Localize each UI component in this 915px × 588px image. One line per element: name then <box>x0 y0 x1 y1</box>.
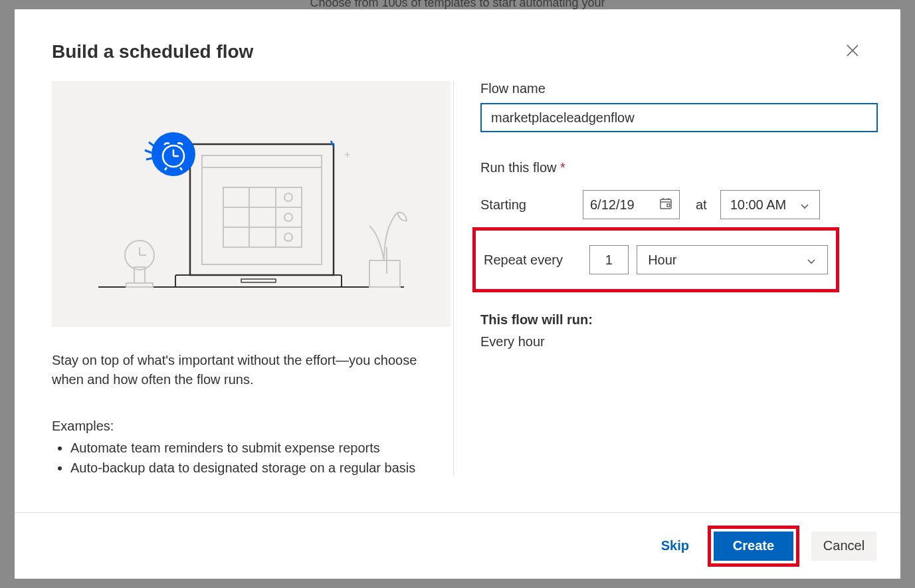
flow-name-label: Flow name <box>480 81 878 96</box>
run-summary-heading: This flow will run: <box>480 312 878 328</box>
svg-rect-3 <box>190 144 334 275</box>
svg-rect-5 <box>202 155 322 167</box>
repeat-highlight-box: Repeat every 1 Hour <box>472 227 839 292</box>
at-label: at <box>696 197 707 213</box>
vertical-divider <box>453 81 454 475</box>
dialog-footer: Skip Create Cancel <box>15 512 900 579</box>
run-flow-label: Run this flow * <box>480 160 878 175</box>
repeat-unit-value: Hour <box>648 252 676 268</box>
svg-rect-6 <box>223 187 302 247</box>
flow-name-input[interactable] <box>480 103 878 132</box>
cancel-button[interactable]: Cancel <box>811 532 876 561</box>
examples-list: Automate team reminders to submit expens… <box>52 438 427 478</box>
svg-rect-36 <box>667 204 670 207</box>
svg-line-29 <box>146 158 153 159</box>
svg-point-12 <box>284 213 292 221</box>
repeat-every-label: Repeat every <box>480 252 589 268</box>
close-icon <box>847 45 859 59</box>
skip-button[interactable]: Skip <box>655 532 696 561</box>
create-button[interactable]: Create <box>714 532 793 561</box>
start-date-value: 6/12/19 <box>590 197 635 213</box>
svg-rect-2 <box>241 279 276 282</box>
repeat-count-input[interactable]: 1 <box>589 245 629 274</box>
svg-point-13 <box>284 233 292 241</box>
chevron-down-icon <box>799 199 810 210</box>
background-teaser: Choose from 100s of templates to start a… <box>310 0 605 10</box>
run-summary-text: Every hour <box>480 334 878 349</box>
dialog-title: Build a scheduled flow <box>52 41 253 62</box>
svg-point-11 <box>284 193 292 201</box>
scheduled-flow-dialog: Build a scheduled flow <box>15 9 900 579</box>
examples-heading: Examples: <box>52 419 427 434</box>
starting-label: Starting <box>480 197 583 213</box>
example-item: Automate team reminders to submit expens… <box>70 438 427 458</box>
illustration: + <box>52 81 451 327</box>
example-item: Auto-backup data to designated storage o… <box>70 458 427 478</box>
create-highlight-box: Create <box>708 526 799 567</box>
svg-line-30 <box>149 142 154 146</box>
repeat-unit-select[interactable]: Hour <box>637 245 828 274</box>
svg-line-28 <box>145 150 152 153</box>
svg-rect-1 <box>175 275 342 287</box>
svg-text:+: + <box>344 149 350 160</box>
required-star: * <box>560 160 565 175</box>
chevron-down-icon <box>806 254 817 265</box>
description-text: Stay on top of what's important without … <box>52 351 427 389</box>
start-date-input[interactable]: 6/12/19 <box>583 190 680 219</box>
start-time-value: 10:00 AM <box>730 197 787 213</box>
svg-rect-19 <box>369 260 400 287</box>
close-button[interactable] <box>842 41 863 62</box>
calendar-icon <box>659 197 672 213</box>
start-time-input[interactable]: 10:00 AM <box>720 190 820 219</box>
svg-rect-4 <box>202 155 322 264</box>
